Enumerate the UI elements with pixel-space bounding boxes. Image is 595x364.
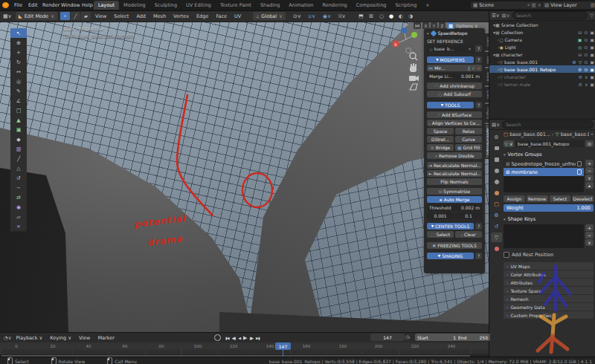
tab-material-properties[interactable] [491, 244, 502, 253]
tab-view[interactable]: View [485, 68, 489, 85]
section-geometry-data[interactable]: ›Geometry Data [504, 303, 594, 311]
help-button[interactable]: ? [475, 56, 482, 63]
camera-view-icon[interactable] [408, 74, 419, 82]
checkbox-icon[interactable] [504, 252, 509, 258]
tab-tool-properties[interactable]: ⚙ [491, 132, 502, 142]
gstretch-button[interactable]: GStret... [427, 136, 454, 143]
menu-mesh[interactable]: Mesh [153, 13, 166, 19]
breadcrumb-data[interactable]: base_base.001... [561, 131, 590, 137]
assign-button[interactable]: Assign [504, 195, 525, 202]
lock-icon[interactable] [577, 169, 582, 175]
mirror-z-button[interactable]: Z [439, 22, 446, 29]
tab-render-properties[interactable] [491, 143, 502, 153]
face-select-button[interactable]: ▰ [81, 12, 91, 20]
freezing-tools-section-button[interactable]: ❄FREEZING TOOLS [427, 242, 482, 249]
remove-double-button[interactable]: ⌁Remove Double [427, 152, 482, 159]
outliner-row-camera[interactable]: › ◻ Camera ▣ ⊙▣ [489, 36, 595, 43]
remove-shape-key-button[interactable]: − [585, 232, 594, 238]
workspace-tab-uv-editing[interactable]: UV Editing [181, 1, 216, 10]
camera-render-icon[interactable]: ▣ [590, 67, 594, 72]
jump-to-end-button[interactable]: ▶▮ [256, 336, 260, 340]
tab-physics-properties[interactable]: ↺ [491, 221, 502, 231]
menu-keying[interactable]: Keying ∨ [50, 335, 71, 341]
menu-render[interactable]: Render [42, 2, 60, 8]
editor-type-icon[interactable]: ☰∨ [492, 13, 500, 19]
edge-select-button[interactable]: ╱ [71, 12, 80, 20]
tab-item[interactable]: Item [485, 33, 489, 51]
editor-type-icon[interactable]: ▦∨ [3, 13, 12, 19]
symmetrize-button[interactable]: ⧉Symmetrize [427, 188, 482, 195]
current-frame-field[interactable]: 147 [370, 334, 405, 341]
apply-modifier-icon[interactable]: ✓ [472, 65, 475, 71]
camera-render-icon[interactable]: ▣ [590, 74, 594, 79]
menu-playback[interactable]: Playback ∨ [16, 335, 42, 341]
add-workspace-button[interactable]: + [421, 1, 434, 10]
outliner-row-base-base-001-retopo[interactable]: › ▽ base_base.001_Retopo ⚙ ⊙▣ [489, 65, 595, 73]
menu-view[interactable]: View [79, 335, 90, 341]
gizmo-y-axis[interactable] [411, 32, 417, 38]
grid-fill-button[interactable]: ▦Grid Fill [455, 144, 482, 151]
workspace-tab-modeling[interactable]: Modeling [119, 1, 150, 10]
tab-world-properties[interactable] [491, 188, 502, 198]
mode-dropdown[interactable]: ◣ Edit Mode ∨ [16, 12, 57, 20]
tab-speedretopo[interactable]: SpeedRetopo [485, 124, 489, 159]
threshold-preset-low[interactable]: 0.001 [427, 212, 454, 219]
auto-merge-toggle[interactable]: ⊕Auto Merge [427, 196, 482, 203]
tab-tool[interactable]: Tool [485, 52, 489, 68]
vertex-groups-list[interactable]: ⊞ Speedretopo_freeze_unfreeze ⊞ membrane [504, 160, 584, 192]
move-group-up-button[interactable]: ▴ [585, 182, 594, 189]
menu-edge[interactable]: Edge [196, 13, 208, 19]
align-vertices-button[interactable]: ⟓Align Vertices to Ce... [427, 120, 482, 126]
end-frame-field[interactable]: End 250 [456, 334, 490, 341]
recalc-normals-outside-button[interactable]: →Recalculate Normal... [427, 162, 482, 169]
shape-keys-list[interactable] [504, 224, 584, 248]
perspective-toggle-icon[interactable] [408, 82, 419, 91]
reference-field[interactable]: ◇ base_b... × [427, 45, 474, 52]
menu-add[interactable]: Add [136, 13, 146, 19]
clipping-icon[interactable]: ‖ [468, 65, 470, 71]
tab-object-data-properties[interactable]: ▽ [491, 233, 502, 242]
add-shrinkwrap-button[interactable]: ◠Add shrinkwrap [427, 82, 482, 89]
menu-view[interactable]: View [95, 13, 106, 19]
center-tools-section-button[interactable]: ▼CENTER TOOLS [427, 223, 474, 230]
auto-keying-record-icon[interactable] [214, 334, 221, 341]
add-bsurface-button[interactable]: ⟋Add BSurface [427, 111, 482, 118]
snap-magnet-icon[interactable]: ∪∨ [308, 13, 315, 19]
collapse-icon[interactable]: ▾ [504, 152, 506, 157]
section-color-attributes[interactable]: ›Color Attributes [504, 270, 594, 278]
vertex-select-button[interactable]: ⬝ [60, 12, 70, 20]
tab-object-properties[interactable]: ▢ [491, 199, 502, 209]
shape-key-specials-button[interactable]: ∨ [585, 239, 594, 246]
shading-material-icon[interactable]: ◐ [399, 13, 403, 19]
shading-wireframe-icon[interactable]: ○ [379, 13, 384, 19]
gizmo-neg-axis[interactable] [414, 43, 419, 48]
menu-select[interactable]: Select [114, 13, 129, 19]
mirror-y-button[interactable]: Y [431, 22, 437, 29]
view-layer-selector[interactable]: ▤ View Layer ▥ [541, 1, 595, 10]
merge-limit-field[interactable]: Merge Li... 0.001 m [427, 73, 482, 79]
group-specials-button[interactable]: ∨ [585, 175, 594, 181]
eye-closed-icon[interactable]: ∨ [585, 82, 588, 87]
gizmo-z-axis[interactable] [401, 27, 407, 33]
select-button[interactable]: Select [550, 195, 571, 202]
tab-view-layer-properties[interactable] [491, 166, 502, 175]
menu-marker[interactable]: Marker [97, 335, 114, 341]
camera-render-icon[interactable]: ▣ [590, 52, 594, 57]
tab-output-properties[interactable] [491, 155, 502, 164]
bridge-button[interactable]: ≋Bridge [427, 144, 454, 151]
fake-user-icon[interactable]: ⊙ [585, 140, 594, 147]
pivot-point-icon[interactable]: ⊙∨ [293, 13, 301, 19]
workspace-tab-rendering[interactable]: Rendering [318, 1, 351, 10]
threshold-preset-high[interactable]: 0.1 [455, 212, 482, 219]
menu-window[interactable]: Window [61, 2, 80, 8]
relax-button[interactable]: Relax [455, 128, 482, 134]
workspace-tab-texture-paint[interactable]: Texture Paint [216, 1, 256, 10]
vertex-group-item-selected[interactable]: ⊞ membrane [504, 168, 584, 176]
display-mode-icon[interactable]: ▤∨ [502, 13, 510, 19]
threshold-field[interactable]: Threshold 0.002 m [427, 204, 482, 211]
tools-section-button[interactable]: ▼TOOLS [427, 102, 474, 108]
help-button[interactable]: ? [475, 223, 482, 230]
tab-modifier-properties[interactable]: ⚙ [491, 210, 502, 220]
tab-edit[interactable]: Edit [485, 87, 489, 103]
weight-slider[interactable]: Weight 1.000 [504, 204, 594, 212]
